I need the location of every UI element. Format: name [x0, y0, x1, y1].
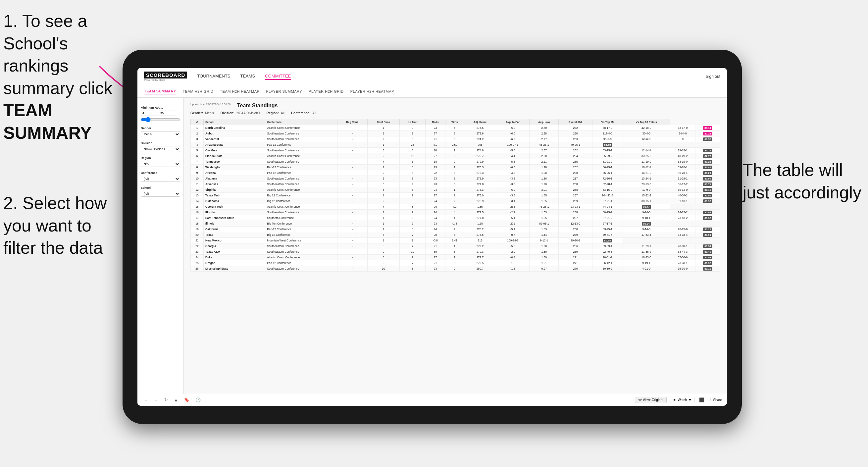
cell-value: 109-24-2 — [496, 238, 530, 243]
table-row[interactable]: 16FloridaSoutheastern Conference-7924427… — [191, 210, 720, 215]
nav-tournaments[interactable]: TOURNAMENTS — [197, 73, 230, 80]
min-rounds-min-input[interactable] — [141, 111, 157, 116]
cell-value: 6 — [400, 148, 426, 153]
cell-value: 1 — [367, 193, 399, 198]
table-row[interactable]: 2AuburnSoutheastern Conference-19276273.… — [191, 131, 720, 136]
cell-value: 21 — [426, 136, 445, 142]
min-rounds-max-input[interactable] — [159, 111, 175, 116]
cell-value: 8 — [400, 215, 426, 221]
table-row[interactable]: 22GeorgiaSoutheastern Conference-8721127… — [191, 243, 720, 249]
table-row[interactable]: 5Ole MissSoutheastern Conference-3618127… — [191, 148, 720, 153]
conference-select[interactable]: (All) — [141, 176, 180, 182]
toolbar-refresh[interactable]: ↻ — [163, 397, 169, 403]
cell-value: 3 — [367, 187, 399, 193]
table-row[interactable]: 18IllinoisBig Ten Conference-1923-1.41.2… — [191, 221, 720, 226]
cell-value: -0.7 — [496, 232, 530, 238]
cell-school: Arizona — [204, 170, 265, 176]
nav-teams[interactable]: TEAMS — [241, 73, 255, 80]
min-rounds-slider[interactable] — [141, 117, 180, 122]
cell-value: 33-25-2 — [623, 153, 670, 159]
toolbar-forward[interactable]: → — [153, 397, 160, 403]
cell-rank: 20 — [191, 232, 204, 238]
cell-school: Illinois — [204, 221, 265, 226]
cell-value: 268 — [559, 170, 592, 176]
toolbar-share-small[interactable]: ▲ — [173, 397, 180, 403]
cell-value: 7 — [400, 243, 426, 249]
school-select[interactable]: (All) — [141, 191, 180, 197]
table-title: Team Standings — [237, 103, 278, 108]
toolbar-clock[interactable]: 🕐 — [194, 397, 202, 403]
table-row[interactable]: 9ArizonaPac-12 Conference-28223276.3-4.6… — [191, 170, 720, 176]
gender-select[interactable]: Men's — [141, 131, 180, 137]
toolbar-back[interactable]: ← — [143, 397, 149, 403]
toolbar-expand[interactable]: ⬛ — [698, 397, 706, 403]
share-button[interactable]: ⇧ Share — [709, 398, 722, 402]
cell-value: 1 — [367, 221, 399, 226]
subnav-player-h2h-heatmap[interactable]: PLAYER H2H HEATMAP — [350, 89, 394, 94]
table-row[interactable]: 19CaliforniaPac-12 Conference-48242278.2… — [191, 226, 720, 232]
cell-value: - — [337, 159, 367, 165]
cell-value: 9 — [400, 221, 426, 226]
table-row[interactable]: 26Mississippi StateSoutheastern Conferen… — [191, 266, 720, 272]
table-row[interactable]: 15Georgia TechAtlantic Coast Conference-… — [191, 204, 720, 210]
cell-value: 4.2 — [445, 204, 464, 210]
cell-rank: 23 — [191, 249, 204, 255]
cell-value: - — [337, 243, 367, 249]
table-row[interactable]: 12VirginiaAtlantic Coast Conference-3824… — [191, 187, 720, 193]
cell-value: 4-21-0 — [623, 266, 670, 272]
table-row[interactable]: 10AlabamaSoutheastern Conference-5823327… — [191, 176, 720, 182]
cell-value: 1 — [445, 187, 464, 193]
table-row[interactable]: 25OregonPac-12 Conference-97210279.5-1.2… — [191, 260, 720, 266]
cell-rank: 8 — [191, 165, 204, 170]
subnav-player-summary[interactable]: PLAYER SUMMARY — [266, 89, 302, 94]
cell-value: 2.11 — [530, 159, 559, 165]
table-row[interactable]: 17East Tennessee StateSouthern Conferenc… — [191, 215, 720, 221]
cell-value: 1.63 — [530, 210, 559, 215]
table-row[interactable]: 21New MexicoMountain West Conference-19-… — [191, 238, 720, 243]
subnav-team-h2h-heatmap[interactable]: TEAM H2H HEATMAP — [220, 89, 259, 94]
cell-value: 9-14-0 — [623, 226, 670, 232]
table-row[interactable]: 11ArkansasSoutheastern Conference-692332… — [191, 182, 720, 187]
watch-button[interactable]: 👁 Watch ▼ — [670, 397, 694, 403]
cell-value: 15-32-2 — [623, 193, 670, 198]
cell-value: 9 — [400, 238, 426, 243]
cell-value: 9 — [400, 125, 426, 131]
cell-value: 59-39-1 — [592, 243, 623, 249]
table-row[interactable]: 14OklahomaBig 12 Conference-28242276.9-3… — [191, 198, 720, 204]
table-row[interactable]: 6Florida StateAtlantic Coast Conference-… — [191, 153, 720, 159]
cell-value: 278.6 — [464, 232, 496, 238]
cell-rank: 4 — [191, 142, 204, 148]
subnav-player-h2h-grid[interactable]: PLAYER H2H GRID — [309, 89, 344, 94]
cell-value: - — [337, 238, 367, 243]
cell-school: North Carolina — [204, 125, 265, 131]
cell-value: 10 — [367, 266, 399, 272]
nav-committee[interactable]: COMMITTEE — [265, 73, 291, 80]
view-original-button[interactable]: 👁 View: Original — [635, 397, 666, 403]
cell-school: Auburn — [204, 131, 265, 136]
cell-value: -2.0 — [496, 249, 530, 255]
cell-value: 221 — [559, 255, 592, 260]
table-row[interactable]: 8WashingtonPac-12 Conference-28231276.3-… — [191, 165, 720, 170]
cell-value: 4.0 — [426, 142, 445, 148]
cell-value: 31-29-1 — [670, 176, 695, 182]
subnav-team-summary[interactable]: TEAM SUMMARY — [144, 88, 176, 94]
table-row[interactable]: 24DukeAtlantic Coast Conference-59271279… — [191, 255, 720, 260]
cell-value: -3.6 — [496, 176, 530, 182]
cell-value: 76-26-1 — [530, 204, 559, 210]
cell-value: - — [337, 255, 367, 260]
table-row[interactable]: 23Texas A&MSoutheastern Conference-91030… — [191, 249, 720, 255]
col-rank: # — [191, 119, 204, 125]
toolbar-bookmark[interactable]: 🔖 — [183, 397, 191, 403]
table-row[interactable]: 1North CarolinaAtlantic Coast Conference… — [191, 125, 720, 131]
table-row[interactable]: 13Texas TechBig 12 Conference-19272276.0… — [191, 193, 720, 198]
division-select[interactable]: NCAA Division I — [141, 146, 180, 152]
sign-out-button[interactable]: Sign out — [706, 74, 720, 79]
table-row[interactable]: 7TennesseeSoutheastern Conference-461822… — [191, 159, 720, 165]
cell-value: 12-13-0 — [559, 221, 592, 226]
table-row[interactable]: 20TexasBig 12 Conference-37203278.6-0.71… — [191, 232, 720, 238]
cell-value: -3.1 — [496, 198, 530, 204]
table-row[interactable]: 3VanderbiltSoutheastern Conference-25215… — [191, 136, 720, 142]
region-select[interactable]: N/A — [141, 161, 180, 167]
table-row[interactable]: 4Arizona StatePac-12 Conference-1264.02.… — [191, 142, 720, 148]
subnav-team-h2h-grid[interactable]: TEAM H2H GRID — [183, 89, 214, 94]
